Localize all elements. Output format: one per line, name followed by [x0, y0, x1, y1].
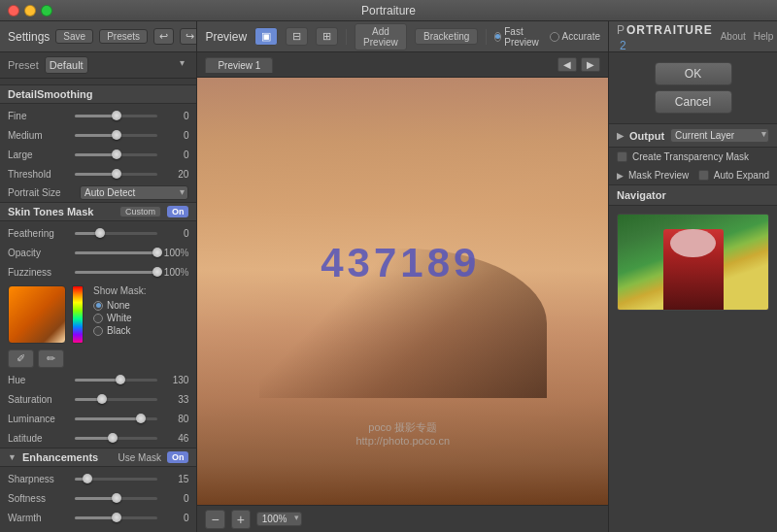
navigator-label: Navigator	[609, 184, 777, 206]
eyedropper-btn-1[interactable]: ✐	[8, 349, 34, 368]
warmth-slider[interactable]	[75, 516, 157, 519]
radio-none-dot[interactable]	[93, 301, 103, 311]
preset-select[interactable]: Default	[45, 56, 88, 74]
left-toolbar: Settings Save Presets ↩ ↪	[0, 21, 196, 52]
sharpness-label: Sharpness	[8, 474, 71, 484]
cancel-button[interactable]: Cancel	[655, 90, 732, 114]
enh-on-badge[interactable]: On	[167, 451, 189, 463]
multi-view-btn[interactable]: ⊞	[316, 27, 338, 46]
softness-slider[interactable]	[75, 497, 157, 500]
medium-slider[interactable]	[75, 134, 157, 137]
auto-expand-label: Auto Expand	[714, 170, 769, 181]
image-bottom-bar: − + 100% 50% 200%	[197, 505, 608, 532]
opacity-slider[interactable]	[75, 251, 157, 254]
split-view-btn[interactable]: ⊟	[286, 27, 308, 46]
single-view-btn[interactable]: ▣	[254, 27, 278, 46]
zoom-in-button[interactable]: +	[231, 510, 251, 529]
prev-arrow[interactable]: ◀	[557, 57, 577, 72]
minimize-button[interactable]	[24, 5, 36, 17]
portrait-size-label: Portrait Size	[8, 187, 76, 198]
ok-button[interactable]: OK	[655, 62, 732, 85]
feathering-label: Feathering	[8, 228, 71, 239]
fine-slider[interactable]	[75, 115, 157, 117]
white-label: White	[107, 313, 132, 323]
auto-expand-checkbox[interactable]	[698, 170, 709, 181]
center-panel: Preview ▣ ⊟ ⊞ Add Preview Bracketing Fas…	[197, 21, 608, 532]
main-layout: Settings Save Presets ↩ ↪ Preset Default…	[0, 21, 777, 532]
preview-nav: ◀ ▶	[557, 57, 600, 72]
large-slider[interactable]	[75, 153, 157, 156]
about-button[interactable]: About	[721, 31, 746, 42]
redo-button[interactable]: ↪	[180, 28, 197, 45]
radio-white[interactable]: White	[93, 313, 146, 323]
portrait-size-row: Portrait Size Auto Detect	[0, 183, 196, 202]
mask-triangle-icon[interactable]: ▶	[617, 171, 624, 181]
preview-tab-1[interactable]: Preview 1	[205, 57, 273, 73]
accurate-radio[interactable]: Accurate	[550, 31, 600, 42]
app-title: Portraiture	[361, 4, 416, 17]
fuzziness-slider[interactable]	[75, 271, 157, 274]
accurate-dot[interactable]	[550, 32, 559, 42]
add-preview-button[interactable]: Add Preview	[355, 23, 407, 50]
large-value: 0	[161, 150, 188, 160]
output-triangle-icon[interactable]: ▶	[617, 131, 624, 141]
portrait-size-select-wrapper: Auto Detect	[80, 185, 188, 200]
next-arrow[interactable]: ▶	[581, 57, 600, 72]
enh-use-mask-label: Use Mask	[118, 452, 160, 463]
sharpness-slider[interactable]	[75, 478, 157, 481]
threshold-slider[interactable]	[75, 173, 157, 176]
navigator-thumbnail	[617, 214, 769, 311]
watermark: poco 摄影专题 http://photo.poco.cn	[355, 420, 450, 447]
sharpness-value: 15	[161, 474, 188, 484]
luminance-row: Luminance 80	[0, 409, 196, 428]
saturation-slider[interactable]	[75, 398, 157, 401]
skin-on-badge[interactable]: On	[167, 206, 189, 217]
fast-preview-dot[interactable]	[494, 32, 501, 42]
eyedropper-btn-2[interactable]: ✏	[38, 349, 64, 368]
skin-tones-label: Skin Tones Mask	[8, 206, 114, 217]
hue-slider[interactable]	[75, 379, 157, 382]
help-button[interactable]: Help	[754, 31, 774, 42]
large-row: Large 0	[0, 145, 196, 164]
accurate-label: Accurate	[562, 31, 600, 42]
saturation-label: Saturation	[8, 394, 71, 405]
enhancements-header: ▼ Enhancements Use Mask On	[0, 448, 196, 467]
color-swatch[interactable]	[8, 285, 66, 344]
left-content: DetailSmoothing Fine 0 Medium 0	[0, 79, 196, 532]
saturation-row: Saturation 33	[0, 389, 196, 409]
radio-none[interactable]: None	[93, 300, 146, 311]
radio-black-dot[interactable]	[93, 326, 103, 336]
radio-black[interactable]: Black	[93, 325, 146, 336]
image-area: 437189 poco 摄影专题 http://photo.poco.cn	[197, 78, 608, 505]
bracketing-button[interactable]: Bracketing	[415, 28, 478, 45]
maximize-button[interactable]	[41, 5, 52, 17]
latitude-slider[interactable]	[75, 437, 157, 440]
color-strip[interactable]	[72, 285, 84, 344]
skin-custom-badge[interactable]: Custom	[119, 206, 161, 217]
preset-select-wrapper: Default	[45, 56, 189, 74]
overlay-text: 437189	[321, 240, 480, 286]
medium-label: Medium	[8, 130, 71, 141]
close-button[interactable]	[8, 5, 19, 17]
watermark-line1: poco 摄影专题	[355, 420, 450, 435]
luminance-slider[interactable]	[75, 417, 157, 420]
zoom-out-button[interactable]: −	[205, 510, 224, 529]
feathering-slider[interactable]	[75, 232, 157, 235]
detail-smoothing-header: DetailSmoothing	[0, 84, 196, 104]
output-select[interactable]: Current Layer	[670, 128, 769, 143]
hue-row: Hue 130	[0, 370, 196, 389]
portraiture-brand: PORTRAITURE 2	[617, 21, 713, 52]
output-label: Output	[629, 130, 664, 142]
undo-button[interactable]: ↩	[153, 28, 174, 45]
save-button[interactable]: Save	[55, 29, 93, 44]
fast-preview-radio[interactable]: Fast Preview	[494, 26, 542, 48]
preset-label: Preset	[8, 59, 39, 71]
create-transparency-checkbox[interactable]	[617, 151, 627, 162]
radio-white-dot[interactable]	[93, 314, 103, 323]
enh-triangle-icon[interactable]: ▼	[8, 452, 17, 462]
softness-row: Softness 0	[0, 488, 196, 508]
zoom-select[interactable]: 100% 50% 200%	[256, 512, 302, 526]
presets-button[interactable]: Presets	[99, 29, 148, 44]
warmth-label: Warmth	[8, 513, 71, 523]
portrait-size-select[interactable]: Auto Detect	[80, 185, 188, 200]
